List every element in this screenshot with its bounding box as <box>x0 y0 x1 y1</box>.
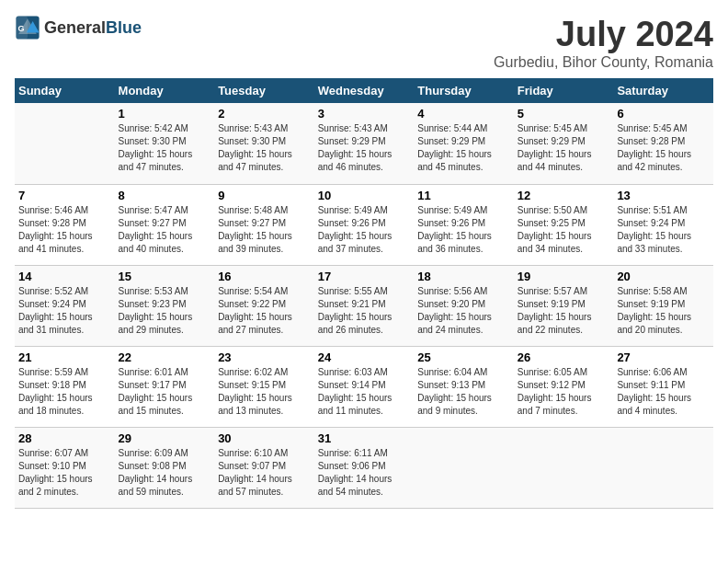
calendar-cell <box>414 427 514 508</box>
day-number: 21 <box>18 350 111 364</box>
weekday-header-monday: Monday <box>115 78 215 103</box>
day-number: 25 <box>417 350 510 364</box>
day-info: Sunrise: 6:02 AM Sunset: 9:15 PM Dayligh… <box>218 366 311 418</box>
day-info: Sunrise: 6:07 AM Sunset: 9:10 PM Dayligh… <box>18 447 111 499</box>
day-number: 16 <box>218 270 311 283</box>
calendar-cell: 17Sunrise: 5:55 AM Sunset: 9:21 PM Dayli… <box>314 265 415 346</box>
day-number: 1 <box>119 107 211 121</box>
day-number: 26 <box>518 350 610 364</box>
day-number: 2 <box>218 107 311 121</box>
svg-text:G: G <box>18 24 25 33</box>
logo-general-text: General <box>44 18 106 38</box>
day-number: 7 <box>18 189 111 202</box>
logo-blue-text: Blue <box>106 18 142 38</box>
calendar-cell: 28Sunrise: 6:07 AM Sunset: 9:10 PM Dayli… <box>15 427 115 508</box>
weekday-header-saturday: Saturday <box>613 78 713 103</box>
day-number: 5 <box>518 107 610 121</box>
day-info: Sunrise: 5:54 AM Sunset: 9:22 PM Dayligh… <box>218 285 311 337</box>
day-number: 10 <box>318 189 411 202</box>
day-info: Sunrise: 5:43 AM Sunset: 9:30 PM Dayligh… <box>218 122 311 174</box>
calendar-header: SundayMondayTuesdayWednesdayThursdayFrid… <box>15 78 713 103</box>
calendar-cell: 20Sunrise: 5:58 AM Sunset: 9:19 PM Dayli… <box>613 265 713 346</box>
day-info: Sunrise: 5:57 AM Sunset: 9:19 PM Dayligh… <box>518 285 610 337</box>
day-info: Sunrise: 6:04 AM Sunset: 9:13 PM Dayligh… <box>417 366 510 418</box>
calendar-cell: 27Sunrise: 6:06 AM Sunset: 9:11 PM Dayli… <box>613 346 713 427</box>
calendar-cell <box>613 427 713 508</box>
day-info: Sunrise: 5:48 AM Sunset: 9:27 PM Dayligh… <box>218 204 311 256</box>
calendar-cell: 4Sunrise: 5:44 AM Sunset: 9:29 PM Daylig… <box>414 103 514 184</box>
week-row-1: 1Sunrise: 5:42 AM Sunset: 9:30 PM Daylig… <box>15 103 713 184</box>
day-info: Sunrise: 6:05 AM Sunset: 9:12 PM Dayligh… <box>518 366 610 418</box>
day-info: Sunrise: 5:59 AM Sunset: 9:18 PM Dayligh… <box>18 366 111 418</box>
calendar-cell: 9Sunrise: 5:48 AM Sunset: 9:27 PM Daylig… <box>214 184 314 265</box>
day-number: 18 <box>417 270 510 283</box>
calendar-cell: 26Sunrise: 6:05 AM Sunset: 9:12 PM Dayli… <box>514 346 614 427</box>
day-number: 4 <box>417 107 510 121</box>
calendar-cell: 6Sunrise: 5:45 AM Sunset: 9:28 PM Daylig… <box>613 103 713 184</box>
day-info: Sunrise: 5:50 AM Sunset: 9:25 PM Dayligh… <box>518 204 610 256</box>
day-number: 22 <box>119 350 211 364</box>
calendar-cell: 2Sunrise: 5:43 AM Sunset: 9:30 PM Daylig… <box>214 103 314 184</box>
day-info: Sunrise: 6:09 AM Sunset: 9:08 PM Dayligh… <box>119 447 211 499</box>
day-info: Sunrise: 5:43 AM Sunset: 9:29 PM Dayligh… <box>318 122 411 174</box>
day-number: 19 <box>518 270 610 283</box>
calendar-cell: 21Sunrise: 5:59 AM Sunset: 9:18 PM Dayli… <box>15 346 115 427</box>
day-number: 14 <box>18 270 111 283</box>
day-number: 9 <box>218 189 311 202</box>
calendar-cell: 12Sunrise: 5:50 AM Sunset: 9:25 PM Dayli… <box>514 184 614 265</box>
weekday-header-tuesday: Tuesday <box>214 78 314 103</box>
calendar-cell: 31Sunrise: 6:11 AM Sunset: 9:06 PM Dayli… <box>314 427 415 508</box>
day-info: Sunrise: 5:44 AM Sunset: 9:29 PM Dayligh… <box>417 122 510 174</box>
day-info: Sunrise: 5:49 AM Sunset: 9:26 PM Dayligh… <box>417 204 510 256</box>
calendar-cell: 23Sunrise: 6:02 AM Sunset: 9:15 PM Dayli… <box>214 346 314 427</box>
day-number: 12 <box>518 189 610 202</box>
day-number: 27 <box>617 350 710 364</box>
week-row-4: 21Sunrise: 5:59 AM Sunset: 9:18 PM Dayli… <box>15 346 713 427</box>
logo: G General Blue <box>15 15 142 40</box>
day-number: 13 <box>617 189 710 202</box>
calendar-table: SundayMondayTuesdayWednesdayThursdayFrid… <box>15 78 713 509</box>
day-info: Sunrise: 5:45 AM Sunset: 9:29 PM Dayligh… <box>518 122 610 174</box>
day-info: Sunrise: 6:01 AM Sunset: 9:17 PM Dayligh… <box>119 366 211 418</box>
weekday-header-thursday: Thursday <box>414 78 514 103</box>
day-info: Sunrise: 6:06 AM Sunset: 9:11 PM Dayligh… <box>617 366 710 418</box>
calendar-cell: 24Sunrise: 6:03 AM Sunset: 9:14 PM Dayli… <box>314 346 415 427</box>
title-area: July 2024 Gurbediu, Bihor County, Romani… <box>494 15 713 71</box>
day-info: Sunrise: 5:47 AM Sunset: 9:27 PM Dayligh… <box>119 204 211 256</box>
weekday-header-wednesday: Wednesday <box>314 78 415 103</box>
calendar-cell: 10Sunrise: 5:49 AM Sunset: 9:26 PM Dayli… <box>314 184 415 265</box>
day-number: 17 <box>318 270 411 283</box>
calendar-cell: 18Sunrise: 5:56 AM Sunset: 9:20 PM Dayli… <box>414 265 514 346</box>
calendar-cell: 14Sunrise: 5:52 AM Sunset: 9:24 PM Dayli… <box>15 265 115 346</box>
day-info: Sunrise: 6:11 AM Sunset: 9:06 PM Dayligh… <box>318 447 411 499</box>
calendar-cell <box>514 427 614 508</box>
calendar-cell: 29Sunrise: 6:09 AM Sunset: 9:08 PM Dayli… <box>115 427 215 508</box>
week-row-2: 7Sunrise: 5:46 AM Sunset: 9:28 PM Daylig… <box>15 184 713 265</box>
day-number: 20 <box>617 270 710 283</box>
day-number: 30 <box>218 431 311 445</box>
header: G General Blue July 2024 Gurbediu, Bihor… <box>15 15 713 71</box>
day-number: 23 <box>218 350 311 364</box>
weekday-header-sunday: Sunday <box>15 78 115 103</box>
calendar-cell: 3Sunrise: 5:43 AM Sunset: 9:29 PM Daylig… <box>314 103 415 184</box>
day-info: Sunrise: 5:42 AM Sunset: 9:30 PM Dayligh… <box>119 122 211 174</box>
calendar-cell: 15Sunrise: 5:53 AM Sunset: 9:23 PM Dayli… <box>115 265 215 346</box>
calendar-cell: 25Sunrise: 6:04 AM Sunset: 9:13 PM Dayli… <box>414 346 514 427</box>
calendar-cell: 11Sunrise: 5:49 AM Sunset: 9:26 PM Dayli… <box>414 184 514 265</box>
day-info: Sunrise: 6:10 AM Sunset: 9:07 PM Dayligh… <box>218 447 311 499</box>
weekday-header-friday: Friday <box>514 78 614 103</box>
day-number: 6 <box>617 107 710 121</box>
day-info: Sunrise: 5:46 AM Sunset: 9:28 PM Dayligh… <box>18 204 111 256</box>
calendar-cell: 1Sunrise: 5:42 AM Sunset: 9:30 PM Daylig… <box>115 103 215 184</box>
day-info: Sunrise: 5:51 AM Sunset: 9:24 PM Dayligh… <box>617 204 710 256</box>
day-number: 28 <box>18 431 111 445</box>
day-info: Sunrise: 5:45 AM Sunset: 9:28 PM Dayligh… <box>617 122 710 174</box>
day-info: Sunrise: 6:03 AM Sunset: 9:14 PM Dayligh… <box>318 366 411 418</box>
calendar-cell: 16Sunrise: 5:54 AM Sunset: 9:22 PM Dayli… <box>214 265 314 346</box>
main-title: July 2024 <box>494 15 713 54</box>
logo-icon: G <box>15 15 40 40</box>
calendar-cell: 13Sunrise: 5:51 AM Sunset: 9:24 PM Dayli… <box>613 184 713 265</box>
day-info: Sunrise: 5:53 AM Sunset: 9:23 PM Dayligh… <box>119 285 211 337</box>
day-number: 15 <box>119 270 211 283</box>
weekday-header-row: SundayMondayTuesdayWednesdayThursdayFrid… <box>15 78 713 103</box>
